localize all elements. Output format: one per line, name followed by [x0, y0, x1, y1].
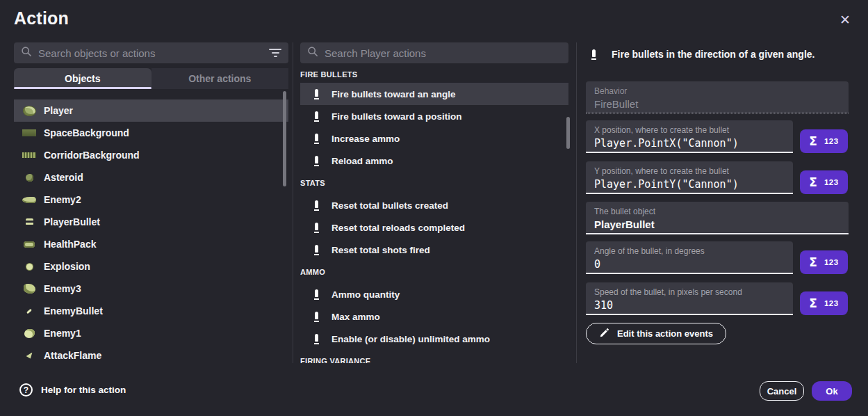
object-label: AttackFlame: [44, 350, 101, 361]
tab-other-actions-label: Other actions: [188, 73, 251, 84]
list-item-player[interactable]: Player: [14, 99, 288, 122]
y-position-value[interactable]: Player.PointY("Cannon"): [594, 178, 785, 191]
object-label: Enemy1: [44, 328, 81, 339]
tab-objects-label: Objects: [65, 73, 100, 84]
bullet-object-field[interactable]: The bullet object PlayerBullet: [586, 202, 849, 234]
action-item-reset-shots-fired[interactable]: Reset total shots fired: [300, 239, 568, 261]
enemy-bullet-icon: [21, 305, 38, 317]
action-label: Increase ammo: [331, 134, 400, 144]
object-label: Enemy3: [44, 283, 81, 294]
speed-expression-editor-button[interactable]: Σ 123: [800, 291, 848, 315]
object-label: EnemyBullet: [44, 305, 103, 317]
sigma-icon: Σ: [809, 255, 817, 269]
expression-123-label: 123: [824, 299, 839, 307]
field-label: Y position, where to create the bullet: [594, 166, 785, 176]
list-item-spacebackground[interactable]: SpaceBackground: [14, 122, 288, 144]
list-item-corridorbackground[interactable]: CorridorBackground: [14, 144, 288, 166]
action-item-fire-bullets-angle[interactable]: Fire bullets toward an angle: [300, 83, 568, 105]
action-label: Reset total reloads completed: [331, 223, 465, 233]
action-label: Reset total bullets created: [331, 200, 448, 211]
bullet-icon: [314, 289, 319, 300]
angle-field[interactable]: Angle of the bullet, in degrees 0: [586, 241, 793, 274]
action-description: Fire bullets in the direction of a given…: [586, 49, 815, 60]
object-label: SpaceBackground: [44, 127, 129, 138]
list-item-explosion[interactable]: Explosion: [14, 255, 288, 278]
action-item-reload-ammo[interactable]: Reload ammo: [300, 150, 568, 172]
action-label: Enable (or disable) unlimited ammo: [331, 334, 490, 344]
edit-action-events-button[interactable]: Edit this action events: [586, 323, 726, 344]
search-icon: [307, 46, 318, 60]
panel-divider: [576, 42, 577, 363]
explosion-icon: [21, 260, 38, 273]
angle-value[interactable]: 0: [594, 258, 785, 271]
help-label: Help for this action: [41, 385, 126, 395]
action-item-reset-bullets-created[interactable]: Reset total bullets created: [300, 194, 568, 216]
object-label: CorridorBackground: [44, 150, 140, 161]
object-label: Asteroid: [44, 172, 83, 183]
tab-objects[interactable]: Objects: [14, 68, 152, 89]
expression-123-label: 123: [824, 258, 839, 266]
y-expression-editor-button[interactable]: Σ 123: [800, 170, 848, 194]
action-item-increase-ammo[interactable]: Increase ammo: [300, 127, 568, 150]
x-expression-editor-button[interactable]: Σ 123: [800, 129, 848, 153]
list-item-healthpack[interactable]: HealthPack: [14, 233, 288, 255]
search-icon: [21, 46, 32, 60]
y-position-field[interactable]: Y position, where to create the bullet P…: [586, 161, 793, 194]
action-item-ammo-quantity[interactable]: Ammo quantity: [300, 283, 568, 305]
enemy1-icon: [21, 327, 38, 339]
angle-expression-editor-button[interactable]: Σ 123: [800, 250, 848, 274]
list-item-enemy1[interactable]: Enemy1: [14, 322, 288, 344]
page-title: Action: [14, 8, 69, 29]
sigma-icon: Σ: [809, 175, 817, 189]
action-item-reset-reloads-completed[interactable]: Reset total reloads completed: [300, 216, 568, 239]
action-item-fire-bullets-position[interactable]: Fire bullets toward a position: [300, 105, 568, 127]
list-item-enemy2[interactable]: Enemy2: [14, 189, 288, 211]
health-pack-icon: [21, 238, 38, 250]
section-header-ammo: AMMO: [300, 261, 568, 283]
actions-search-input[interactable]: [325, 47, 562, 59]
object-list-scrollbar[interactable]: [283, 91, 286, 186]
speed-field[interactable]: Speed of the bullet, in pixels per secon…: [586, 282, 793, 315]
action-label: Max ammo: [331, 312, 380, 322]
player-icon: [21, 104, 38, 117]
bullet-icon: [314, 223, 319, 233]
list-item-enemy3[interactable]: Enemy3: [14, 278, 288, 300]
objects-search-box[interactable]: [14, 42, 288, 63]
actions-search-box[interactable]: [300, 42, 568, 63]
field-label: X position, where to create the bullet: [594, 125, 785, 135]
action-label: Fire bullets toward a position: [331, 111, 462, 122]
sigma-icon: Σ: [809, 134, 817, 148]
cancel-button[interactable]: Cancel: [760, 381, 804, 401]
tab-other-actions[interactable]: Other actions: [152, 68, 289, 89]
list-item-asteroid[interactable]: Asteroid: [14, 166, 288, 189]
help-link[interactable]: ? Help for this action: [19, 383, 126, 397]
action-item-max-ammo[interactable]: Max ammo: [300, 305, 568, 328]
list-item-enemybullet[interactable]: EnemyBullet: [14, 300, 288, 322]
section-header-firing-variance: FIRING VARIANCE: [300, 350, 568, 363]
edit-action-events-label: Edit this action events: [617, 328, 713, 339]
bullet-icon: [314, 134, 319, 144]
ok-button[interactable]: Ok: [812, 381, 852, 401]
object-list: Player SpaceBackground CorridorBackgroun…: [14, 99, 288, 363]
list-item-attackflame[interactable]: AttackFlame: [14, 344, 288, 363]
bullet-icon: [314, 245, 319, 255]
speed-value[interactable]: 310: [594, 299, 785, 312]
field-label: Behavior: [594, 86, 840, 96]
list-item-playerbullet[interactable]: PlayerBullet: [14, 211, 288, 233]
section-header-stats: STATS: [300, 172, 568, 194]
object-label: PlayerBullet: [44, 216, 100, 227]
behavior-field: Behavior FireBullet: [586, 81, 849, 113]
asteroid-icon: [21, 171, 38, 184]
bullet-object-value[interactable]: PlayerBullet: [594, 218, 840, 230]
filter-icon[interactable]: [269, 49, 281, 57]
space-background-icon: [21, 127, 38, 139]
action-item-unlimited-ammo[interactable]: Enable (or disable) unlimited ammo: [300, 328, 568, 350]
section-header-fire-bullets: FIRE BULLETS: [300, 66, 568, 83]
x-position-value[interactable]: Player.PointX("Cannon"): [594, 137, 785, 150]
field-label: Angle of the bullet, in degrees: [594, 246, 785, 256]
sigma-icon: Σ: [809, 296, 817, 310]
object-label: Player: [44, 105, 73, 116]
x-position-field[interactable]: X position, where to create the bullet P…: [586, 120, 793, 153]
bullet-icon: [314, 156, 319, 166]
objects-search-input[interactable]: [38, 47, 263, 59]
